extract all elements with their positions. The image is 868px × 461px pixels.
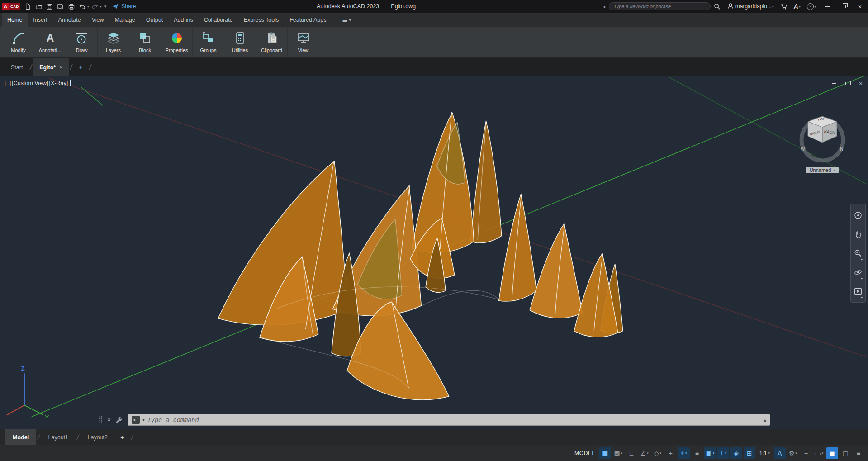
autocad-app-menu[interactable]: A CAD	[2, 3, 20, 10]
view-icon	[297, 29, 310, 47]
minimize-window-button[interactable]	[819, 0, 835, 13]
recent-commands-button[interactable]: >_	[132, 416, 140, 424]
file-tab-start[interactable]: Start	[5, 58, 29, 76]
viewcube[interactable]: W N TOP BACK RIGHT Unnamed ▾	[794, 110, 851, 173]
command-line-drag-grip[interactable]	[99, 416, 103, 424]
zoom-button[interactable]: ▾	[852, 244, 864, 262]
panel-layers[interactable]: Layers	[98, 27, 129, 57]
pan-button[interactable]	[852, 225, 864, 243]
command-input[interactable]	[147, 416, 761, 423]
ribbon-tab-addins[interactable]: Add-ins	[168, 13, 198, 27]
status-osnap-tracking-toggle[interactable]: +	[665, 447, 677, 459]
panel-modify[interactable]: Modify	[3, 27, 34, 57]
ribbon-tab-home[interactable]: Home	[2, 13, 28, 27]
navigation-bar: ▾ ▾ ▾	[850, 204, 866, 303]
new-layout-button[interactable]: +	[115, 429, 130, 445]
file-tab-egito[interactable]: Egito* ×	[33, 58, 69, 76]
undo-dropdown[interactable]: ▾	[87, 5, 89, 9]
viewport-visual-style-control[interactable]: [X-Ray]	[49, 80, 68, 86]
panel-block[interactable]: Block	[129, 27, 161, 57]
redo-dropdown[interactable]: ▾	[100, 5, 102, 9]
status-grid-toggle[interactable]: ▦	[599, 447, 611, 459]
panel-view[interactable]: View	[288, 27, 319, 57]
model-paper-toggle[interactable]: MODEL	[574, 450, 595, 456]
status-3d-osnap-toggle[interactable]: ⟂▾	[717, 447, 729, 459]
status-dynamic-input-toggle[interactable]: ⊞	[744, 447, 755, 459]
viewport-view-control[interactable]: [Custom View]	[12, 80, 48, 86]
layout-tab-model[interactable]: Model	[5, 429, 36, 445]
qat-customize-dropdown[interactable]: ▾	[104, 4, 107, 9]
status-isodraft-toggle[interactable]: ◇▾	[652, 447, 664, 459]
command-line-close-button[interactable]: ×	[107, 416, 111, 423]
status-move-pin[interactable]: +	[800, 447, 812, 459]
text-cursor	[70, 80, 71, 86]
annotation-scale-dropdown[interactable]: 1:1 ▾	[757, 447, 773, 459]
share-button[interactable]: Share	[112, 3, 136, 10]
search-button[interactable]	[711, 0, 724, 13]
ribbon-tab-insert[interactable]: Insert	[28, 13, 52, 27]
open-button[interactable]	[34, 1, 44, 12]
redo-button[interactable]	[90, 1, 100, 12]
status-polar-tracking-toggle[interactable]: ∠▾	[639, 447, 650, 459]
panel-draw[interactable]: Draw	[66, 27, 98, 57]
file-tab-close-icon[interactable]: ×	[59, 64, 63, 71]
new-file-button[interactable]	[23, 1, 33, 12]
viewcube-view-name-dropdown[interactable]: Unnamed ▾	[806, 167, 839, 173]
viewport-minimize-button[interactable]	[830, 80, 837, 86]
command-history-expand[interactable]: ▴	[764, 417, 766, 423]
status-workspace-switch[interactable]: ⚙▾	[787, 447, 799, 459]
panel-annotation[interactable]: A Annotati...	[34, 27, 66, 57]
autodesk-apps-menu[interactable]: A ▾	[791, 0, 804, 13]
restore-window-button[interactable]	[835, 0, 852, 13]
status-ortho-toggle[interactable]: ∟	[626, 447, 637, 459]
panel-clipboard[interactable]: Clipboard	[256, 27, 288, 57]
ribbon-tab-manage[interactable]: Manage	[109, 13, 141, 27]
help-menu[interactable]: ? ▾	[804, 0, 819, 13]
search-input[interactable]	[609, 2, 711, 10]
status-clean-screen[interactable]: ▢	[840, 447, 851, 459]
status-customization-menu[interactable]: ≡	[853, 447, 864, 459]
ribbon-display-toggle[interactable]: ▬ ▾	[338, 13, 356, 27]
viewport-minimize-control[interactable]: [−]	[5, 80, 11, 86]
ribbon-tab-view[interactable]: View	[86, 13, 109, 27]
new-drawing-tab-button[interactable]: +	[73, 58, 88, 76]
viewport-close-button[interactable]: ×	[857, 80, 864, 86]
panel-utilities[interactable]: Utilities	[224, 27, 256, 57]
clipboard-icon	[265, 29, 279, 47]
app-store-cart[interactable]	[777, 0, 791, 13]
svg-text:Z: Z	[21, 365, 25, 372]
viewport-restore-button[interactable]	[844, 80, 851, 86]
ribbon-tab-output[interactable]: Output	[141, 13, 169, 27]
ribbon-tab-express-tools[interactable]: Express Tools	[238, 13, 285, 27]
full-navigation-wheel-button[interactable]	[852, 206, 864, 224]
status-snap-toggle[interactable]: ▩▾	[612, 447, 624, 459]
status-annotation-visibility-toggle[interactable]: A	[774, 447, 786, 459]
status-selection-cycling-toggle[interactable]: ▣▾	[704, 447, 716, 459]
plot-button[interactable]	[66, 1, 76, 12]
command-options-dropdown[interactable]: ▾	[142, 418, 145, 422]
status-dynamic-ucs-toggle[interactable]: ◈	[730, 447, 742, 459]
command-line-bar[interactable]: >_ ▾ ▴	[128, 414, 770, 426]
model-space-viewport[interactable]: Z Y [−] [Custom View] [X-Ray] × W N	[0, 76, 868, 429]
layout-tab-layout1[interactable]: Layout1	[41, 429, 76, 445]
ribbon-tab-annotate[interactable]: Annotate	[53, 13, 86, 27]
account-menu[interactable]: margaridaplo... ▾	[724, 0, 777, 13]
layout-tab-layout2[interactable]: Layout2	[81, 429, 115, 445]
status-lineweight-toggle[interactable]: ≡	[691, 447, 703, 459]
panel-groups[interactable]: Groups	[193, 27, 224, 57]
command-customize-wrench-icon[interactable]	[115, 416, 123, 424]
panel-properties[interactable]: Properties	[161, 27, 193, 57]
undo-button[interactable]	[77, 1, 87, 12]
status-graphics-performance[interactable]: ◼	[826, 447, 838, 459]
ribbon-tab-collaborate[interactable]: Collaborate	[199, 13, 238, 27]
viewport-restore-icon	[845, 82, 849, 85]
save-as-button[interactable]	[56, 1, 66, 12]
save-button[interactable]	[45, 1, 55, 12]
showmotion-button[interactable]: ▾	[852, 282, 864, 300]
close-window-button[interactable]: ×	[852, 0, 868, 13]
orbit-button[interactable]: ▾	[852, 263, 864, 281]
ribbon-tab-featured-apps[interactable]: Featured Apps	[284, 13, 332, 27]
status-object-snap-toggle[interactable]: ⌖▾	[678, 447, 690, 459]
status-isolate-objects[interactable]: ▭▾	[813, 447, 825, 459]
search-expand-arrow[interactable]: ▸	[604, 4, 606, 9]
